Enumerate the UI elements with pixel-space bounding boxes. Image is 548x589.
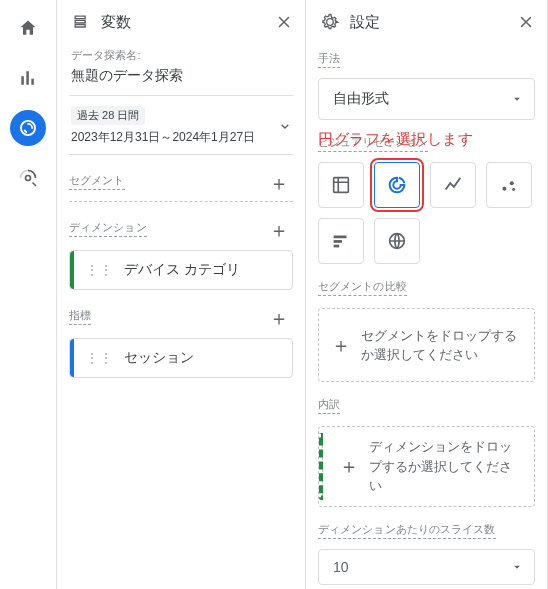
geo-icon (386, 230, 408, 252)
ads-icon (18, 168, 38, 188)
scatter-icon (498, 174, 520, 196)
add-metric-button[interactable]: ＋ (265, 306, 293, 330)
viz-bar[interactable] (318, 218, 364, 264)
home-icon (18, 18, 38, 38)
close-icon[interactable] (275, 13, 293, 31)
plus-icon: ＋ (339, 456, 359, 476)
chevron-down-icon (510, 92, 524, 106)
visualization-label: ビジュアリゼーション (318, 135, 428, 152)
exploration-name-value[interactable]: 無題のデータ探索 (71, 67, 291, 85)
viz-scatter[interactable] (486, 162, 532, 208)
drag-handle-icon: ⋮⋮ (86, 263, 114, 277)
drag-handle-icon: ⋮⋮ (86, 351, 114, 365)
chart-icon (18, 68, 38, 88)
table-icon (330, 174, 352, 196)
dimension-chip-label: デバイス カテゴリ (124, 261, 240, 279)
variables-panel: 変数 データ探索名: 無題のデータ探索 過去 28 日間 2023年12月31日… (57, 0, 306, 589)
chevron-down-icon (277, 118, 293, 134)
metric-chip-label: セッション (124, 349, 194, 367)
variables-icon (71, 12, 91, 32)
explore-icon (18, 118, 38, 138)
dimension-chip[interactable]: ⋮⋮ デバイス カテゴリ (69, 250, 293, 290)
technique-select[interactable]: 自由形式 (318, 78, 535, 120)
viz-geo[interactable] (374, 218, 420, 264)
plus-icon: ＋ (331, 335, 351, 355)
technique-value: 自由形式 (333, 90, 389, 108)
settings-title: 設定 (350, 13, 380, 32)
slices-value: 10 (333, 559, 349, 575)
viz-table[interactable] (318, 162, 364, 208)
svg-point-5 (512, 188, 515, 191)
slices-label: ディメンションあたりのスライス数 (318, 522, 496, 539)
exploration-name-label: データ探索名: (71, 48, 291, 63)
svg-point-3 (502, 187, 506, 191)
metrics-label: 指標 (69, 308, 91, 325)
breakdown-dropzone[interactable]: ＋ ディメンションをドロップするか選択してください (318, 426, 535, 507)
date-chip: 過去 28 日間 (71, 106, 145, 125)
nav-advertising[interactable] (10, 160, 46, 196)
donut-icon (386, 174, 408, 196)
bar-icon (330, 230, 352, 252)
segment-compare-dropzone[interactable]: ＋ セグメントをドロップするか選択してください (318, 308, 535, 382)
chevron-down-icon (510, 560, 524, 574)
settings-panel: 設定 手法 自由形式 円グラフを選択します ビジュアリゼーション (306, 0, 548, 589)
svg-rect-6 (334, 236, 347, 239)
date-range-picker[interactable]: 過去 28 日間 2023年12月31日～2024年1月27日 (69, 96, 293, 155)
nav-rail (0, 0, 57, 589)
segment-compare-label: セグメントの比較 (318, 279, 407, 296)
breakdown-placeholder: ディメンションをドロップするか選択してください (369, 437, 522, 496)
nav-home[interactable] (10, 10, 46, 46)
variables-title: 変数 (101, 13, 131, 32)
nav-reports[interactable] (10, 60, 46, 96)
add-segment-button[interactable]: ＋ (265, 171, 293, 195)
technique-label: 手法 (318, 51, 340, 68)
segments-label: セグメント (69, 173, 125, 190)
slices-select[interactable]: 10 (318, 549, 535, 585)
close-icon[interactable] (517, 13, 535, 31)
svg-rect-8 (334, 245, 340, 248)
gear-icon (320, 12, 340, 32)
dimensions-label: ディメンション (69, 220, 147, 237)
segment-compare-placeholder: セグメントをドロップするか選択してください (361, 326, 522, 365)
svg-rect-2 (334, 178, 349, 193)
add-dimension-button[interactable]: ＋ (265, 218, 293, 242)
svg-rect-7 (334, 240, 342, 243)
line-icon (442, 174, 464, 196)
svg-point-1 (26, 176, 31, 181)
viz-donut[interactable] (374, 162, 420, 208)
svg-point-4 (510, 181, 514, 185)
viz-line[interactable] (430, 162, 476, 208)
date-range-text: 2023年12月31日～2024年1月27日 (71, 129, 277, 146)
nav-explore[interactable] (10, 110, 46, 146)
breakdown-label: 内訳 (318, 397, 340, 414)
metric-chip[interactable]: ⋮⋮ セッション (69, 338, 293, 378)
